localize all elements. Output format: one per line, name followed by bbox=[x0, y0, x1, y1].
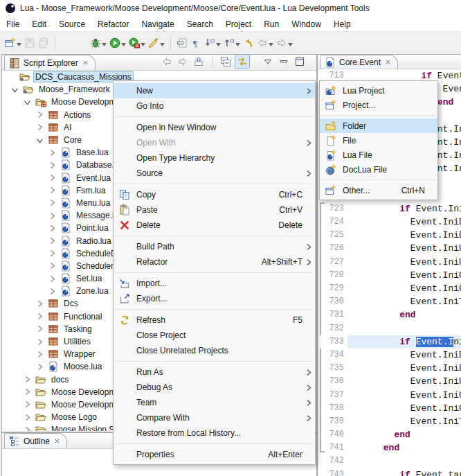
save-button[interactable] bbox=[23, 35, 37, 51]
dropdown-caret-icon[interactable] bbox=[215, 37, 221, 49]
line-number: 732 bbox=[318, 322, 344, 335]
previous-annotation-button[interactable] bbox=[222, 35, 242, 51]
lua-file-icon bbox=[60, 159, 71, 170]
menu-item-team[interactable]: Team bbox=[114, 395, 315, 410]
lua-file-icon bbox=[60, 173, 71, 184]
menu-item-restore-from-local-history[interactable]: Restore from Local History... bbox=[114, 425, 315, 441]
package-icon bbox=[48, 349, 59, 360]
menubar-item-help[interactable]: Help bbox=[327, 17, 357, 31]
outline-title: Outline bbox=[24, 437, 50, 446]
menu-item-run-as[interactable]: Run As bbox=[114, 364, 315, 380]
package-icon bbox=[48, 311, 59, 322]
menu-item-go-into[interactable]: Go Into bbox=[114, 98, 315, 114]
folder-icon bbox=[35, 399, 46, 410]
run-button[interactable] bbox=[108, 35, 127, 51]
menu-item-refresh[interactable]: RefreshF5 bbox=[114, 312, 315, 328]
source-folder-icon bbox=[35, 96, 46, 107]
save-all-button[interactable] bbox=[37, 35, 51, 51]
link-with-editor-button[interactable] bbox=[235, 54, 250, 69]
menu-item-open-type-hierarchy[interactable]: Open Type Hierarchy bbox=[114, 150, 315, 166]
menubar-item-file[interactable]: File bbox=[0, 17, 26, 31]
menu-item-open-in-new-window[interactable]: Open in New Window bbox=[114, 120, 315, 135]
show-whitespace-button[interactable]: ¶ bbox=[189, 35, 203, 51]
dropdown-caret-icon[interactable] bbox=[140, 37, 145, 49]
menu-item-source[interactable]: Source bbox=[114, 166, 315, 181]
line-number: 740 bbox=[318, 428, 344, 441]
chevron-right-icon bbox=[22, 414, 32, 421]
dropdown-caret-icon[interactable] bbox=[16, 37, 21, 49]
menu-item-compare-with[interactable]: Compare With bbox=[114, 410, 315, 425]
forward-button[interactable] bbox=[275, 35, 294, 51]
dropdown-caret-icon[interactable] bbox=[235, 37, 240, 49]
editor-tab-title: Core.Event bbox=[339, 58, 381, 67]
pilcrow-icon: ¶ bbox=[190, 37, 201, 49]
menu-item-lua-project[interactable]: Lua Project bbox=[320, 83, 437, 98]
menubar-item-navigate[interactable]: Navigate bbox=[135, 17, 180, 31]
next-annotation-button[interactable] bbox=[203, 35, 222, 51]
tab-core-event[interactable]: Core.Event bbox=[320, 55, 398, 69]
menubar-item-refactor[interactable]: Refactor bbox=[91, 17, 135, 31]
other-icon bbox=[325, 185, 336, 196]
menu-item-file[interactable]: File bbox=[320, 133, 437, 148]
dropdown-caret-icon[interactable] bbox=[268, 37, 273, 49]
menu-item-new[interactable]: New bbox=[114, 83, 315, 98]
back-button[interactable] bbox=[255, 35, 275, 51]
close-icon[interactable] bbox=[384, 58, 392, 66]
dropdown-caret-icon[interactable] bbox=[287, 37, 293, 49]
menubar-item-source[interactable]: Source bbox=[53, 17, 91, 31]
tree-item-label: Dcs bbox=[62, 299, 80, 308]
collapse-all-button[interactable] bbox=[219, 55, 233, 68]
menu-item-open-with[interactable]: Open With bbox=[114, 135, 315, 150]
link-editor-icon bbox=[237, 56, 248, 67]
dropdown-caret-icon[interactable] bbox=[101, 37, 107, 49]
menu-item-project[interactable]: Project... bbox=[320, 98, 437, 112]
code-line-742: 742 bbox=[318, 455, 461, 468]
close-icon[interactable] bbox=[82, 59, 89, 67]
menu-item-close-project[interactable]: Close Project bbox=[114, 328, 315, 343]
menubar-item-project[interactable]: Project bbox=[219, 17, 257, 31]
view-menu-button[interactable] bbox=[261, 55, 275, 68]
menubar-item-window[interactable]: Window bbox=[285, 17, 327, 31]
tab-script-explorer[interactable]: Script Explorer bbox=[4, 55, 96, 70]
up-button[interactable] bbox=[192, 55, 206, 68]
menu-item-paste[interactable]: PasteCtrl+V bbox=[114, 202, 315, 218]
close-icon[interactable] bbox=[53, 437, 61, 445]
menu-item-doclua-file[interactable]: @DocLua File bbox=[320, 162, 437, 177]
run-history-button[interactable] bbox=[127, 35, 147, 51]
menu-item-build-path[interactable]: Build Path bbox=[114, 239, 315, 254]
dropdown-caret-icon[interactable] bbox=[120, 37, 126, 49]
menu-item-delete[interactable]: DeleteDelete bbox=[114, 218, 315, 233]
menu-item-close-unrelated-projects[interactable]: Close Unrelated Projects bbox=[114, 343, 315, 358]
line-number: 736 bbox=[318, 375, 344, 388]
menu-item-import[interactable]: Import... bbox=[114, 276, 315, 291]
menu-item-debug-as[interactable]: Debug As bbox=[114, 380, 315, 395]
tree-item-label: Actions bbox=[62, 110, 92, 120]
dropdown-caret-icon[interactable] bbox=[159, 37, 165, 49]
menubar-item-run[interactable]: Run bbox=[257, 17, 285, 31]
folder-icon bbox=[35, 374, 46, 385]
minimize-button[interactable] bbox=[277, 55, 291, 68]
menubar-item-search[interactable]: Search bbox=[181, 17, 219, 31]
submenu-arrow-icon bbox=[302, 170, 311, 177]
app-logo-icon[interactable] bbox=[5, 3, 16, 14]
menu-item-export[interactable]: Export... bbox=[114, 291, 315, 306]
open-element-button[interactable] bbox=[147, 35, 166, 51]
last-edit-location-button[interactable] bbox=[242, 35, 255, 51]
lua-file-icon bbox=[60, 222, 71, 233]
menu-item-refactor[interactable]: RefactorAlt+Shift+T bbox=[114, 254, 315, 270]
menu-item-lua-file[interactable]: Lua File bbox=[320, 148, 437, 162]
back-button[interactable] bbox=[160, 55, 174, 68]
menu-item-copy[interactable]: CopyCtrl+C bbox=[114, 187, 315, 202]
new-wizard-button[interactable] bbox=[3, 35, 23, 51]
menubar-item-edit[interactable]: Edit bbox=[26, 17, 53, 31]
chevron-right-icon bbox=[47, 175, 57, 181]
tab-outline[interactable]: Outline bbox=[4, 433, 67, 448]
mark-occurrences-button[interactable] bbox=[175, 35, 189, 51]
maximize-button[interactable] bbox=[293, 55, 307, 68]
menu-item-properties[interactable]: PropertiesAlt+Enter bbox=[114, 447, 315, 462]
package-icon bbox=[48, 134, 59, 146]
menu-item-other[interactable]: Other...Ctrl+N bbox=[320, 183, 437, 197]
debug-button[interactable] bbox=[89, 35, 108, 51]
menu-item-folder[interactable]: Folder bbox=[320, 118, 437, 133]
forward-button[interactable] bbox=[176, 55, 190, 68]
